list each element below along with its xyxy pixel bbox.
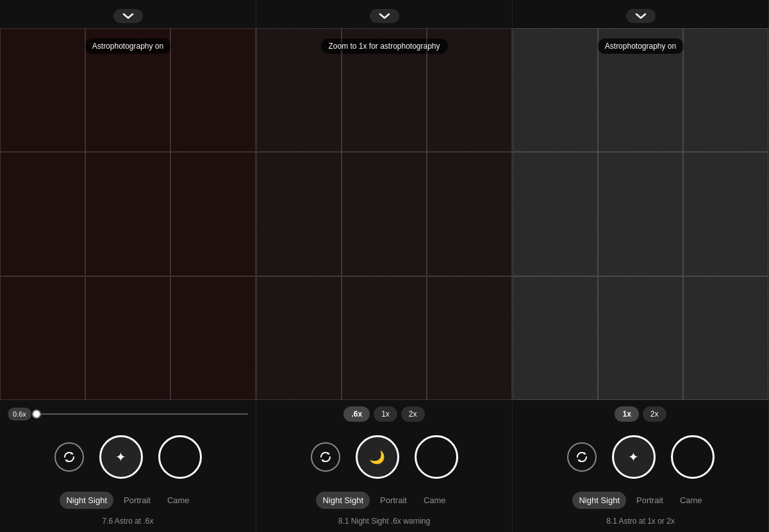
astro-hint-2: Zoom to 1x for astrophotography — [320, 38, 447, 54]
grid-cell — [170, 276, 256, 400]
mode-tabs-3: Night Sight Portrait Came — [513, 486, 768, 514]
tab-camera-2[interactable]: Came — [417, 492, 452, 509]
grid-cell — [85, 276, 170, 400]
panel-3: Astrophotography on 1x 2x ✦ — [513, 0, 769, 532]
capture-button-2[interactable] — [415, 435, 458, 479]
zoom-controls-2: .6x 1x 2x — [256, 400, 512, 428]
astro-hint-1: Astrophotography on — [85, 38, 171, 54]
tab-night-sight-2[interactable]: Night Sight — [316, 492, 370, 509]
zoom-controls-3: 1x 2x — [513, 400, 768, 428]
grid-cell — [598, 276, 683, 400]
zoom-btn-2x-p3[interactable]: 2x — [643, 406, 666, 422]
shutter-row-3: ✦ — [513, 428, 768, 486]
tab-night-sight-1[interactable]: Night Sight — [60, 492, 113, 509]
grid-cell — [256, 152, 342, 276]
grid-cell — [513, 152, 598, 276]
zoom-btn-1x[interactable]: 1x — [374, 406, 397, 422]
shutter-button-3[interactable]: ✦ — [612, 435, 656, 479]
capture-button-3[interactable] — [671, 435, 715, 479]
grid-cell — [170, 28, 256, 152]
grid-cell — [427, 276, 512, 400]
grid-cell — [85, 152, 170, 276]
stars-icon-1: ✦ — [115, 449, 126, 465]
grid-cell — [683, 28, 768, 152]
zoom-btn-0-6x[interactable]: .6x — [343, 406, 370, 422]
svg-rect-2 — [513, 28, 768, 400]
grid-cell — [513, 276, 598, 400]
shutter-row-1: ✦ — [0, 428, 256, 486]
grid-cell — [0, 152, 85, 276]
tab-camera-1[interactable]: Came — [161, 492, 196, 509]
capture-button-1[interactable] — [158, 435, 202, 479]
mode-tabs-1: Night Sight Portrait Came — [0, 486, 256, 514]
tab-portrait-3[interactable]: Portrait — [630, 492, 670, 509]
grid-cell — [683, 152, 768, 276]
panel-1: Astrophotography on 0.6x — [0, 0, 256, 532]
dropdown-button-1[interactable] — [113, 9, 143, 23]
rotate-button-1[interactable] — [54, 442, 84, 472]
rotate-button-3[interactable] — [567, 442, 597, 472]
grid-cell — [513, 28, 598, 152]
caption-3: 8.1 Astro at 1x or 2x — [601, 514, 680, 532]
zoom-slider[interactable] — [37, 413, 248, 415]
astro-hint-3: Astrophotography on — [597, 38, 684, 54]
stars-icon-3: ✦ — [628, 449, 639, 465]
grid-overlay-2 — [256, 28, 512, 400]
viewfinder-3: Astrophotography on — [513, 28, 768, 400]
zoom-controls-1: 0.6x — [0, 400, 256, 428]
viewfinder-2: Zoom to 1x for astrophotography — [256, 28, 512, 400]
shutter-button-1[interactable]: ✦ — [99, 435, 143, 479]
rotate-button-2[interactable] — [311, 442, 340, 472]
viewfinder-1: Astrophotography on — [0, 28, 256, 400]
svg-rect-0 — [0, 28, 256, 400]
grid-cell — [0, 276, 85, 400]
grid-cell — [342, 152, 427, 276]
tab-portrait-2[interactable]: Portrait — [374, 492, 413, 509]
svg-rect-1 — [256, 28, 512, 400]
grid-cell — [256, 276, 342, 400]
tab-night-sight-3[interactable]: Night Sight — [572, 492, 626, 509]
zoom-slider-thumb[interactable] — [32, 410, 41, 419]
grid-cell — [683, 276, 768, 400]
shutter-row-2: 🌙 — [256, 428, 512, 486]
caption-2: 8.1 Night Sight .6x warning — [333, 514, 435, 532]
mode-tabs-2: Night Sight Portrait Came — [256, 486, 512, 514]
grid-overlay-3 — [513, 28, 768, 400]
dropdown-button-2[interactable] — [370, 9, 399, 23]
dropdown-button-3[interactable] — [626, 9, 656, 23]
grid-cell — [0, 28, 85, 152]
panel-2: Zoom to 1x for astrophotography .6x 1x 2… — [256, 0, 513, 532]
zoom-slider-wrap: 0.6x — [0, 408, 256, 420]
zoom-btn-2x[interactable]: 2x — [401, 406, 425, 422]
grid-cell — [598, 152, 683, 276]
grid-overlay-1 — [0, 28, 256, 400]
caption-1: 7.6 Astro at .6x — [97, 514, 158, 532]
grid-cell — [170, 152, 256, 276]
grid-cell — [427, 152, 512, 276]
shutter-button-2[interactable]: 🌙 — [356, 435, 399, 479]
zoom-badge-1: 0.6x — [8, 408, 31, 420]
tab-portrait-1[interactable]: Portrait — [117, 492, 157, 509]
grid-cell — [342, 276, 427, 400]
moon-icon-2: 🌙 — [369, 449, 385, 465]
tab-camera-3[interactable]: Came — [674, 492, 709, 509]
zoom-btn-1x-p3[interactable]: 1x — [615, 406, 638, 422]
